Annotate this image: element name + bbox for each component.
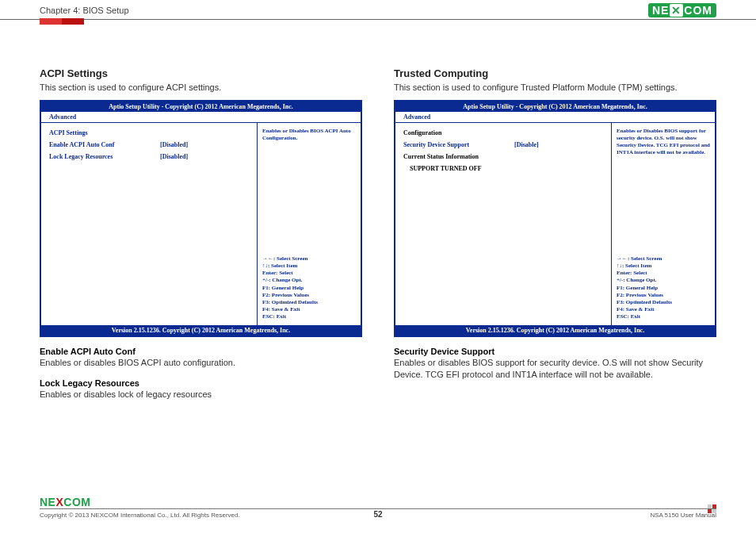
bios-main-pane: Configuration Security Device Support [D… bbox=[395, 123, 612, 325]
bios-key: F4: Save & Exit bbox=[617, 306, 710, 313]
bios-status-label: Current Status Information bbox=[403, 153, 514, 160]
left-column: ACPI Settings This section is used to co… bbox=[40, 67, 362, 401]
bios-key: +/-: Change Opt. bbox=[617, 277, 710, 284]
bios-key-legend: →←: Select Screen ↑↓: Select Item Enter:… bbox=[617, 255, 710, 320]
page-header: Chapter 4: BIOS Setup NE✕COM bbox=[0, 0, 756, 20]
bios-key: F4: Save & Exit bbox=[262, 306, 356, 313]
sub-heading: Lock Legacy Resources bbox=[40, 378, 362, 388]
bios-status-value: SUPPORT TURNED OFF bbox=[403, 165, 514, 172]
page-footer: NEXCOM Copyright © 2013 NEXCOM Internati… bbox=[40, 496, 716, 519]
sub-desc: Enables or disables BIOS support for sec… bbox=[394, 357, 716, 381]
bios-key: ↑↓: Select Item bbox=[617, 263, 710, 270]
header-logo: NE✕COM bbox=[648, 3, 716, 17]
tpm-desc: This section is used to configure Truste… bbox=[394, 82, 716, 92]
bios-help-text: Enables or Disables BIOS support for sec… bbox=[617, 128, 710, 156]
bios-heading: Configuration bbox=[403, 129, 514, 136]
bios-tab: Advanced bbox=[395, 112, 715, 123]
sub-heading: Enable ACPI Auto Conf bbox=[40, 347, 362, 356]
bios-title-bar: Aptio Setup Utility - Copyright (C) 2012… bbox=[395, 102, 715, 112]
acpi-title: ACPI Settings bbox=[40, 67, 362, 79]
bios-main-pane: ACPI Settings Enable ACPI Auto Conf [Dis… bbox=[41, 123, 258, 325]
footer-divider bbox=[40, 508, 716, 509]
bios-tab: Advanced bbox=[41, 112, 361, 123]
bios-key: Enter: Select bbox=[617, 270, 710, 277]
bios-key: →←: Select Screen bbox=[262, 255, 356, 263]
footer-logo: NEXCOM bbox=[40, 496, 716, 508]
right-column: Trusted Computing This section is used t… bbox=[394, 67, 716, 401]
bios-key: ESC: Exit bbox=[617, 313, 710, 320]
bios-footer: Version 2.15.1236. Copyright (C) 2012 Am… bbox=[41, 325, 361, 336]
bios-row-value: [Disable] bbox=[514, 141, 539, 148]
bios-row-label: Enable ACPI Auto Conf bbox=[49, 141, 160, 148]
footer-accent-icon bbox=[708, 504, 716, 513]
bios-help-pane: Enables or Disables BIOS support for sec… bbox=[612, 123, 715, 325]
bios-key: F1: General Help bbox=[262, 285, 356, 292]
footer-logo-x: X bbox=[55, 496, 63, 508]
acpi-desc: This section is used to configure ACPI s… bbox=[40, 82, 362, 92]
bios-heading: ACPI Settings bbox=[49, 129, 160, 136]
bios-help-text: Enables or Disables BIOS ACPI Auto Confi… bbox=[262, 128, 356, 142]
tpm-bios-screenshot: Aptio Setup Utility - Copyright (C) 2012… bbox=[394, 100, 716, 337]
bios-key: ESC: Exit bbox=[262, 313, 356, 320]
bios-key: F3: Optimized Defaults bbox=[262, 299, 356, 306]
chapter-label: Chapter 4: BIOS Setup bbox=[40, 6, 129, 15]
bios-row-value: [Disabled] bbox=[160, 141, 188, 148]
header-accent-tabs bbox=[40, 18, 84, 25]
bios-key: Enter: Select bbox=[262, 270, 356, 277]
footer-manual: NSA 5150 User Manual bbox=[650, 512, 716, 519]
bios-key: +/-: Change Opt. bbox=[262, 277, 356, 284]
footer-copyright: Copyright © 2013 NEXCOM International Co… bbox=[40, 512, 240, 519]
footer-row: Copyright © 2013 NEXCOM International Co… bbox=[40, 512, 716, 519]
bios-help-pane: Enables or Disables BIOS ACPI Auto Confi… bbox=[258, 123, 361, 325]
bios-key: →←: Select Screen bbox=[617, 255, 710, 263]
sub-desc: Enables or disables lock of legacy resou… bbox=[40, 389, 362, 401]
bios-title-bar: Aptio Setup Utility - Copyright (C) 2012… bbox=[41, 102, 361, 112]
bios-key: F3: Optimized Defaults bbox=[617, 299, 710, 306]
page-content: ACPI Settings This section is used to co… bbox=[0, 20, 756, 401]
bios-key: F2: Previous Values bbox=[262, 292, 356, 299]
bios-row-label: Security Device Support bbox=[403, 141, 514, 148]
acpi-bios-screenshot: Aptio Setup Utility - Copyright (C) 2012… bbox=[40, 100, 362, 337]
bios-row-value: [Disabled] bbox=[160, 153, 188, 160]
footer-logo-post: COM bbox=[63, 496, 90, 508]
bios-key-legend: →←: Select Screen ↑↓: Select Item Enter:… bbox=[262, 255, 356, 320]
bios-key: ↑↓: Select Item bbox=[262, 263, 356, 270]
tpm-title: Trusted Computing bbox=[394, 67, 716, 79]
bios-body: Configuration Security Device Support [D… bbox=[395, 123, 715, 325]
bios-body: ACPI Settings Enable ACPI Auto Conf [Dis… bbox=[41, 123, 361, 325]
bios-key: F2: Previous Values bbox=[617, 292, 710, 299]
footer-logo-pre: NE bbox=[40, 496, 55, 508]
sub-heading: Security Device Support bbox=[394, 347, 716, 356]
bios-row-label: Lock Legacy Resources bbox=[49, 153, 160, 160]
bios-key: F1: General Help bbox=[617, 285, 710, 292]
bios-footer: Version 2.15.1236. Copyright (C) 2012 Am… bbox=[395, 325, 715, 336]
sub-desc: Enables or disables BIOS ACPI auto confi… bbox=[40, 357, 362, 369]
page-number: 52 bbox=[373, 510, 382, 519]
